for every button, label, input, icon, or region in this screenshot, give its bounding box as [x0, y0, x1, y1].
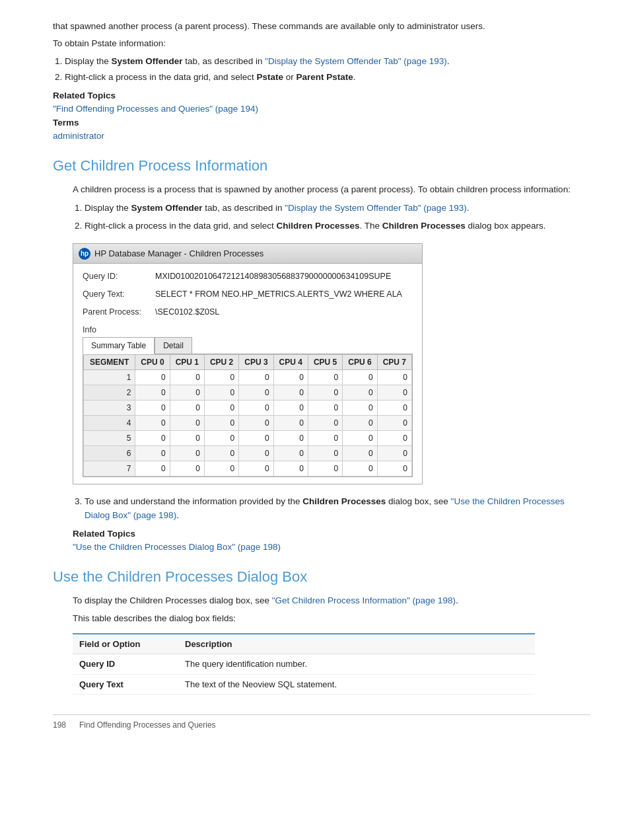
querytext-label: Query Text:: [83, 288, 155, 301]
querytext-value: SELECT * FROM NEO.HP_METRICS.ALERTS_VW2 …: [155, 288, 402, 301]
cpu-cell: 0: [135, 461, 170, 477]
intro-para1: that spawned another process (a parent p…: [53, 20, 590, 33]
related-topics-link-1[interactable]: "Find Offending Processes and Queries" (…: [53, 104, 258, 114]
table-row: Query IDThe query identification number.: [73, 654, 535, 675]
cpu-cell: 0: [239, 401, 273, 416]
cpu-cell: 0: [170, 416, 204, 431]
fields-table: Field or Option Description Query IDThe …: [73, 633, 535, 695]
cpu-cell: 0: [135, 401, 170, 416]
table-row: Query TextThe text of the Neoview SQL st…: [73, 674, 535, 695]
system-offender-bold-2: System Offender: [131, 203, 203, 213]
dialog-table-wrap: SEGMENT CPU 0 CPU 1 CPU 2 CPU 3 CPU 4 CP…: [83, 354, 413, 477]
intro-section: that spawned another process (a parent p…: [53, 20, 590, 143]
section1-step-2: Right-click a process in the data grid, …: [85, 219, 590, 233]
field-name: Query Text: [73, 674, 178, 695]
cpu-cell: 0: [377, 401, 411, 416]
segment-cell: 7: [84, 461, 135, 477]
cpu-cell: 0: [273, 416, 308, 431]
table-row: 100000000: [84, 370, 412, 385]
related-topics-section-1: Related Topics "Find Offending Processes…: [53, 89, 590, 116]
segment-cell: 6: [84, 446, 135, 461]
cpu-cell: 0: [273, 446, 308, 461]
cpu-cell: 0: [170, 385, 204, 401]
cpu-cell: 0: [343, 401, 377, 416]
section1-para1: A children process is a process that is …: [73, 183, 590, 196]
cpu-cell: 0: [170, 461, 204, 477]
dialog-field-queryid: Query ID: MXID01002010647212140898305688…: [83, 270, 413, 283]
section1-steps: Display the System Offender tab, as desc…: [85, 202, 590, 233]
dialog-titlebar: hp HP Database Manager - Children Proces…: [73, 244, 422, 264]
fields-table-header: Field or Option Description: [73, 634, 535, 654]
cpu-cell: 0: [135, 416, 170, 431]
col-cpu7: CPU 7: [377, 355, 411, 370]
cpu-cell: 0: [377, 370, 411, 385]
pstate-bold: Pstate: [256, 72, 283, 82]
table-row: 600000000: [84, 446, 412, 461]
table-header-row: SEGMENT CPU 0 CPU 1 CPU 2 CPU 3 CPU 4 CP…: [84, 355, 412, 370]
section1-step3-list: To use and understand the information pr…: [85, 495, 590, 522]
dialog-tabs: Summary Table Detail: [83, 337, 413, 354]
field-description: The query identification number.: [178, 654, 535, 675]
cpu-cell: 0: [204, 385, 238, 401]
intro-steps: Display the System Offender tab, as desc…: [65, 55, 590, 85]
col-cpu3: CPU 3: [239, 355, 273, 370]
cpu-cell: 0: [308, 461, 342, 477]
cpu-cell: 0: [377, 416, 411, 431]
section1-step-1: Display the System Offender tab, as desc…: [85, 202, 590, 215]
section1-heading: Get Children Process Information: [53, 155, 590, 176]
cpu-cell: 0: [204, 370, 238, 385]
cpu-cell: 0: [204, 416, 238, 431]
col-cpu0: CPU 0: [135, 355, 170, 370]
system-offender-link-2[interactable]: "Display the System Offender Tab" (page …: [285, 203, 466, 213]
related-topics-section-2: Related Topics "Use the Children Process…: [73, 527, 590, 554]
cpu-cell: 0: [377, 461, 411, 477]
segment-cell: 3: [84, 401, 135, 416]
cpu-cell: 0: [135, 385, 170, 401]
get-children-link[interactable]: "Get Children Process Information" (page…: [272, 595, 456, 605]
footer-text: Find Offending Processes and Queries: [79, 719, 216, 731]
cpu-cell: 0: [343, 370, 377, 385]
cpu-cell: 0: [308, 446, 342, 461]
section2-para1: To display the Children Processes dialog…: [73, 594, 590, 607]
col-cpu1: CPU 1: [170, 355, 204, 370]
cpu-cell: 0: [170, 401, 204, 416]
cpu-cell: 0: [343, 416, 377, 431]
tab-summary-table[interactable]: Summary Table: [83, 337, 155, 354]
cpu-cell: 0: [308, 370, 342, 385]
field-name: Query ID: [73, 654, 178, 675]
terms-label: Terms: [53, 118, 79, 128]
cpu-cell: 0: [343, 431, 377, 446]
cpu-cell: 0: [135, 431, 170, 446]
dialog-field-parentprocess: Parent Process: \SEC0102.$Z0SL: [83, 306, 413, 319]
cpu-cell: 0: [343, 461, 377, 477]
parentprocess-value: \SEC0102.$Z0SL: [155, 306, 219, 319]
terms-link[interactable]: administrator: [53, 131, 104, 141]
parent-pstate-bold: Parent Pstate: [296, 72, 353, 82]
page-number: 198: [53, 719, 66, 731]
section2-heading: Use the Children Processes Dialog Box: [53, 566, 590, 588]
system-offender-bold-1: System Offender: [112, 56, 183, 66]
terms-section: Terms administrator: [53, 116, 590, 143]
segment-cell: 5: [84, 431, 135, 446]
summary-table: SEGMENT CPU 0 CPU 1 CPU 2 CPU 3 CPU 4 CP…: [83, 354, 412, 477]
related-topics-label-1: Related Topics: [53, 91, 116, 100]
table-row: 300000000: [84, 401, 412, 416]
tab-detail[interactable]: Detail: [155, 337, 192, 354]
section2-para2: This table describes the dialog box fiel…: [73, 612, 590, 625]
cpu-cell: 0: [170, 446, 204, 461]
related-topics-link-2[interactable]: "Use the Children Processes Dialog Box" …: [73, 542, 281, 552]
segment-cell: 1: [84, 370, 135, 385]
col-segment: SEGMENT: [84, 355, 135, 370]
section2-content: To display the Children Processes dialog…: [73, 594, 590, 695]
system-offender-link-1[interactable]: "Display the System Offender Tab" (page …: [265, 56, 446, 66]
cpu-cell: 0: [377, 385, 411, 401]
cpu-cell: 0: [204, 446, 238, 461]
col-cpu2: CPU 2: [204, 355, 238, 370]
segment-cell: 2: [84, 385, 135, 401]
cpu-cell: 0: [273, 401, 308, 416]
cpu-cell: 0: [273, 431, 308, 446]
intro-step-2: Right-click a process in the data grid, …: [65, 71, 590, 84]
cpu-cell: 0: [239, 385, 273, 401]
queryid-label: Query ID:: [83, 270, 155, 283]
section1-content: A children process is a process that is …: [73, 183, 590, 554]
